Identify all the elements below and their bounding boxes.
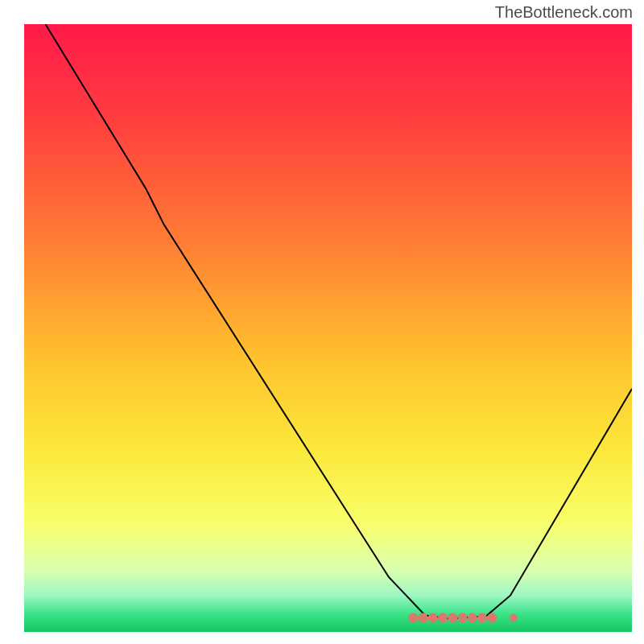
trough-marker: [438, 613, 448, 623]
trough-marker: [428, 613, 438, 623]
trough-marker: [419, 613, 428, 623]
watermark-text: TheBottleneck.com: [495, 3, 633, 22]
trough-marker: [458, 613, 468, 623]
trough-marker-outlier: [510, 614, 518, 622]
trough-marker: [468, 613, 477, 623]
chart-svg: [24, 24, 632, 632]
chart-background: [24, 24, 632, 632]
trough-marker: [487, 613, 497, 623]
chart-plot-area: [24, 24, 632, 632]
trough-marker: [477, 613, 487, 623]
trough-marker: [408, 613, 418, 623]
trough-marker: [448, 613, 457, 623]
